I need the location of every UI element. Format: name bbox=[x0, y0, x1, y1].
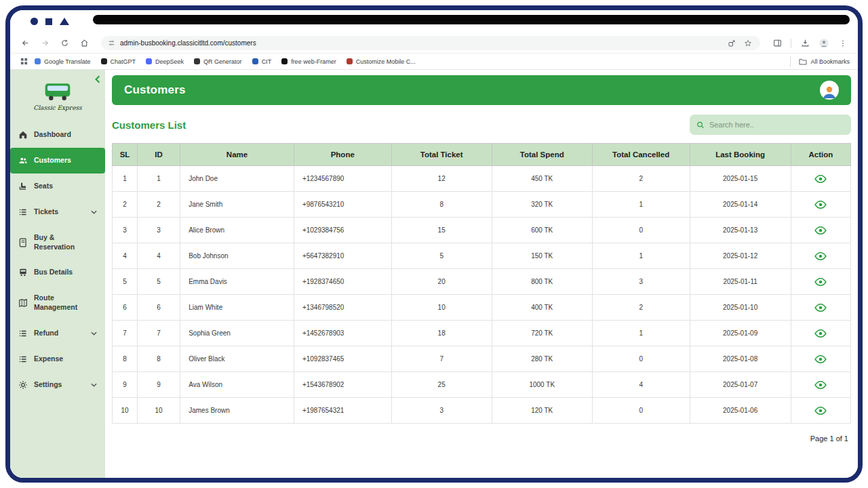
total-spend-cell: 150 TK bbox=[492, 243, 592, 269]
list-icon bbox=[18, 207, 28, 217]
col-id: ID bbox=[138, 144, 180, 166]
forward-button[interactable] bbox=[38, 37, 52, 50]
name-cell: John Doe bbox=[180, 166, 294, 192]
bookmark-item[interactable]: QR Generator bbox=[194, 58, 242, 65]
sl-cell: 1 bbox=[113, 166, 138, 192]
last-booking-cell: 2025-01-07 bbox=[690, 372, 791, 398]
main-content: Customers Customers List bbox=[105, 70, 858, 478]
sidebar-collapse-button[interactable] bbox=[95, 75, 100, 85]
customers-table-body: 11John Doe+123456789012450 TK22025-01-15… bbox=[113, 166, 851, 424]
view-customer-button[interactable] bbox=[812, 174, 829, 184]
phone-cell: +1346798520 bbox=[294, 295, 391, 321]
view-customer-button[interactable] bbox=[812, 302, 829, 313]
action-cell bbox=[791, 192, 850, 218]
downloads-button[interactable] bbox=[798, 37, 812, 50]
apps-grid-button[interactable] bbox=[18, 56, 29, 67]
view-customer-button[interactable] bbox=[812, 380, 829, 390]
view-customer-button[interactable] bbox=[812, 328, 829, 339]
action-cell bbox=[791, 218, 850, 243]
sidebar-item-tickets[interactable]: Tickets bbox=[10, 199, 105, 225]
view-customer-button[interactable] bbox=[812, 354, 829, 365]
sl-cell: 8 bbox=[113, 346, 138, 372]
forward-icon bbox=[41, 39, 50, 47]
reload-button[interactable] bbox=[58, 37, 71, 50]
col-action: Action bbox=[791, 144, 850, 166]
home-icon bbox=[80, 39, 89, 47]
total-spend-cell: 600 TK bbox=[492, 218, 592, 243]
name-cell: Emma Davis bbox=[180, 269, 294, 295]
home-button[interactable] bbox=[77, 37, 91, 50]
bookmark-item[interactable]: free web-Framer bbox=[281, 58, 336, 65]
view-customer-button[interactable] bbox=[812, 405, 829, 416]
address-bar[interactable]: admin-busbooking.classicitltd.com/custom… bbox=[101, 36, 760, 50]
eye-icon bbox=[814, 355, 827, 363]
phone-cell: +9876543210 bbox=[294, 192, 391, 218]
sidebar-item-buy-reservation[interactable]: Buy & Reservation bbox=[10, 225, 105, 260]
all-bookmarks-button[interactable]: All Bookmarks bbox=[790, 56, 850, 67]
total-ticket-cell: 3 bbox=[391, 398, 492, 424]
last-booking-cell: 2025-01-12 bbox=[690, 243, 791, 269]
total-cancelled-cell: 1 bbox=[592, 243, 690, 269]
view-customer-button[interactable] bbox=[812, 199, 829, 210]
search-input[interactable] bbox=[709, 121, 844, 129]
sidebar-item-customers[interactable]: Customers bbox=[10, 148, 105, 174]
all-bookmarks-label: All Bookmarks bbox=[810, 58, 850, 65]
id-cell: 9 bbox=[138, 372, 180, 398]
last-booking-cell: 2025-01-10 bbox=[690, 295, 791, 321]
id-cell: 1 bbox=[138, 166, 180, 192]
side-panel-button[interactable] bbox=[770, 37, 784, 50]
table-header: SL ID Name Phone Total Ticket Total Spen… bbox=[113, 144, 851, 166]
total-spend-cell: 720 TK bbox=[492, 321, 592, 346]
view-customer-button[interactable] bbox=[812, 277, 829, 287]
download-icon bbox=[801, 39, 810, 47]
sidebar-item-settings[interactable]: Settings bbox=[10, 372, 105, 398]
sidebar-item-expense[interactable]: Expense bbox=[10, 346, 105, 372]
last-booking-cell: 2025-01-11 bbox=[690, 269, 791, 295]
phone-cell: +1452678903 bbox=[294, 321, 391, 346]
table-row: 11John Doe+123456789012450 TK22025-01-15 bbox=[113, 166, 851, 192]
user-avatar[interactable] bbox=[820, 81, 839, 100]
bookmark-favicon bbox=[35, 58, 41, 64]
page-title: Customers bbox=[124, 83, 186, 97]
bookmark-star-button[interactable] bbox=[743, 38, 753, 49]
col-total-ticket: Total Ticket bbox=[391, 144, 492, 166]
share-button[interactable] bbox=[726, 38, 737, 49]
bookmark-favicon bbox=[194, 58, 200, 64]
view-customer-button[interactable] bbox=[812, 251, 829, 262]
book-icon bbox=[18, 238, 28, 247]
folder-icon bbox=[799, 58, 807, 65]
browser-profile-button[interactable] bbox=[818, 38, 829, 49]
total-spend-cell: 450 TK bbox=[492, 166, 592, 192]
sidebar-item-seats[interactable]: Seats bbox=[10, 174, 105, 199]
phone-cell: +1543678902 bbox=[294, 372, 391, 398]
sidebar-item-refund[interactable]: Refund bbox=[10, 321, 105, 346]
url-text[interactable]: admin-busbooking.classicitltd.com/custom… bbox=[120, 39, 722, 47]
bus-logo-icon bbox=[43, 82, 73, 101]
action-cell bbox=[791, 166, 850, 192]
total-cancelled-cell: 2 bbox=[592, 295, 690, 321]
phone-cell: +5647382910 bbox=[294, 243, 391, 269]
id-cell: 4 bbox=[138, 243, 180, 269]
frame-notch-bar bbox=[93, 15, 850, 24]
back-button[interactable] bbox=[18, 37, 32, 50]
bookmark-items: Google TranslateChatGPTDeepSeekQR Genera… bbox=[35, 58, 416, 65]
sidebar-item-bus-details[interactable]: Bus Details bbox=[10, 260, 105, 285]
bookmark-item[interactable]: ChatGPT bbox=[101, 58, 136, 65]
name-cell: Liam White bbox=[180, 295, 294, 321]
col-total-spend: Total Spend bbox=[492, 144, 592, 166]
site-settings-icon[interactable] bbox=[108, 39, 115, 47]
view-customer-button[interactable] bbox=[812, 225, 829, 236]
total-spend-cell: 1000 TK bbox=[492, 372, 592, 398]
bookmark-item[interactable]: CIT bbox=[252, 58, 272, 65]
bookmark-item[interactable]: DeepSeek bbox=[146, 58, 184, 65]
total-cancelled-cell: 0 bbox=[592, 398, 690, 424]
sidebar-item-dashboard[interactable]: Dashboard bbox=[10, 122, 105, 148]
bookmark-favicon bbox=[146, 58, 152, 64]
pagination-status: Page 1 of 1 bbox=[112, 434, 848, 443]
home-icon bbox=[18, 130, 28, 140]
bookmark-item[interactable]: Google Translate bbox=[35, 58, 91, 65]
device-frame: admin-busbooking.classicitltd.com/custom… bbox=[5, 5, 863, 483]
browser-menu-button[interactable] bbox=[836, 37, 850, 50]
sidebar-item-route-management[interactable]: Route Management bbox=[10, 285, 105, 320]
bookmark-item[interactable]: Customize Mobile C... bbox=[347, 58, 416, 65]
